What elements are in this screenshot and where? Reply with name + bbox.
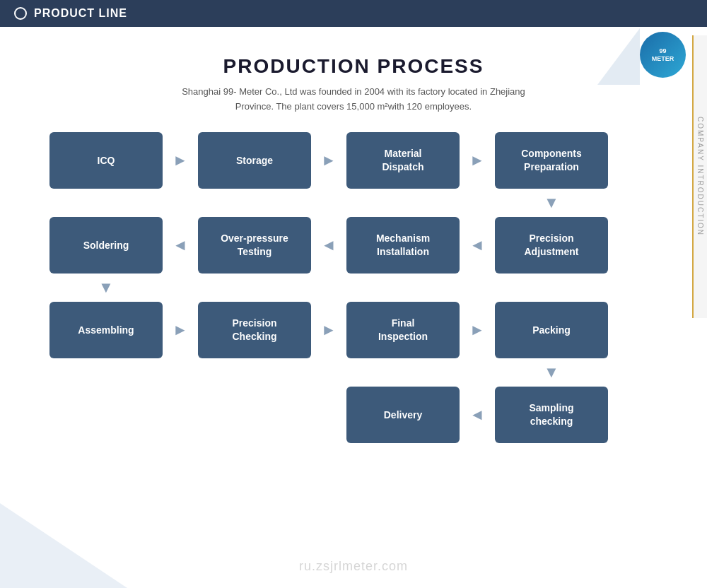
header-title: PRODUCT LINE — [34, 7, 127, 20]
flow-box-assembling: Assembling — [49, 302, 163, 358]
flow-diagram: ICQ ► Storage ► MaterialDispatch ► Compo… — [49, 132, 658, 443]
page-title: PRODUCTION PROCESS — [28, 55, 679, 78]
flow-box-storage: Storage — [198, 132, 311, 189]
arrow-overpressure-mechanism: ◄ — [311, 238, 346, 252]
arrow-dispatch-components: ► — [460, 153, 495, 167]
flow-box-sampling-checking: Samplingchecking — [495, 387, 608, 443]
v-arrow-row-3: ▼ — [49, 358, 658, 387]
flow-box-final-inspection: FinalInspection — [346, 302, 460, 358]
flow-box-material-dispatch: MaterialDispatch — [346, 132, 460, 189]
v-arrow-row-2: ▼ — [49, 274, 658, 302]
arrow-final-packing: ► — [460, 323, 495, 337]
flow-box-soldering: Soldering — [49, 217, 163, 274]
arrow-delivery-sampling: ◄ — [460, 408, 495, 422]
flow-box-packing: Packing — [495, 302, 608, 358]
header-circle-icon — [14, 7, 27, 20]
page-subtitle: Shanghai 99- Meter Co., Ltd was founded … — [28, 85, 679, 114]
arrow-icq-storage: ► — [163, 153, 198, 167]
main-content: PRODUCTION PROCESS Shanghai 99- Meter Co… — [0, 27, 707, 457]
arrow-mechanism-precision: ◄ — [460, 238, 495, 252]
arrow-storage-dispatch: ► — [311, 153, 346, 167]
flow-row-2: Soldering ◄ Over-pressureTesting ◄ Mecha… — [49, 217, 658, 274]
flow-box-precision-checking: PrecisionChecking — [198, 302, 311, 358]
header: PRODUCT LINE — [0, 0, 707, 27]
flow-box-components-preparation: ComponentsPreparation — [495, 132, 608, 189]
flow-box-icq: ICQ — [49, 132, 163, 189]
flow-row-1: ICQ ► Storage ► MaterialDispatch ► Compo… — [49, 132, 658, 189]
watermark: ru.zsjrlmeter.com — [299, 559, 408, 574]
flow-box-delivery: Delivery — [346, 387, 460, 443]
flow-row-4: Delivery ◄ Samplingchecking — [49, 387, 658, 443]
flow-box-mechanism-installation: MechanismInstallation — [346, 217, 460, 274]
flow-box-precision-adjustment: PrecisionAdjustment — [495, 217, 608, 274]
v-arrow-row-1: ▼ — [49, 189, 658, 217]
arrow-assembling-precision-checking: ► — [163, 323, 198, 337]
v-arrow-soldering-assembling: ▼ — [49, 278, 163, 297]
flow-box-overpressure-testing: Over-pressureTesting — [198, 217, 311, 274]
triangle-bottom-left-decoration — [0, 503, 127, 588]
arrow-soldering-overpressure: ◄ — [163, 238, 198, 252]
v-arrow-packing-sampling: ▼ — [495, 363, 608, 382]
v-arrow-components-precision: ▼ — [495, 194, 608, 212]
arrow-precision-checking-final: ► — [311, 323, 346, 337]
flow-row-3: Assembling ► PrecisionChecking ► FinalIn… — [49, 302, 658, 358]
